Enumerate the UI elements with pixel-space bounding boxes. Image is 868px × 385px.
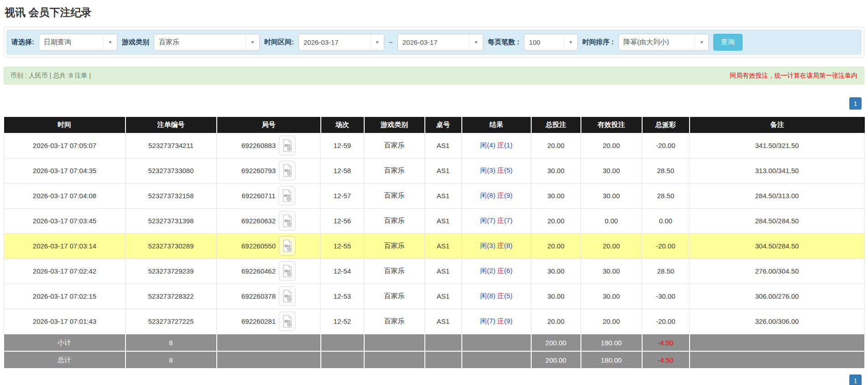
video-file-icon — [282, 164, 293, 177]
cell-result: 闲(4) 庄(1) — [462, 133, 531, 158]
date-from-select[interactable]: 2026-03-17 ▼ — [298, 34, 384, 51]
video-replay-button[interactable] — [279, 211, 296, 231]
column-header-4: 场次 — [321, 117, 364, 133]
subtotal-row-label: 小计 — [4, 334, 125, 351]
round-id-wrap: 692260632 — [241, 211, 296, 231]
result-player-count: (7) — [487, 216, 495, 224]
column-header-1: 时间 — [4, 117, 125, 133]
video-file-icon — [282, 290, 293, 303]
result-banker-label: 庄 — [497, 242, 504, 249]
cell-bet-id: 523273728322 — [125, 284, 217, 309]
cell-total-bet[interactable]: 30.00 — [531, 183, 581, 208]
video-file-icon — [282, 139, 293, 152]
result-player-label: 闲 — [480, 267, 487, 274]
video-replay-button[interactable] — [279, 261, 296, 281]
search-button[interactable]: 查询 — [713, 34, 743, 51]
cell-total-bet[interactable]: 30.00 — [531, 284, 581, 309]
video-replay-button[interactable] — [279, 311, 296, 331]
cell-round-id: 692260462 — [217, 258, 321, 284]
subtotal-row-valid-bet: 180.00 — [581, 334, 642, 351]
cell-total-bet[interactable]: 20.00 — [531, 133, 581, 158]
chevron-down-icon[interactable]: ▼ — [564, 34, 577, 50]
cell-payout: 0.00 — [642, 208, 690, 233]
video-file-icon — [282, 239, 293, 253]
table-row: 2026-03-17 07:04:08523273732158692260711… — [4, 183, 865, 208]
cell-total-bet[interactable]: 20.00 — [531, 208, 581, 233]
round-id-wrap: 692260378 — [241, 286, 296, 306]
table-header: 时间注单编号局号场次游戏类别桌号结果总投注有效投注总派彩备注 — [4, 117, 865, 133]
total-row-empty — [364, 351, 425, 369]
chevron-down-icon[interactable]: ▼ — [103, 34, 117, 50]
cell-game-type: 百家乐 — [364, 309, 425, 334]
video-file-icon — [282, 214, 293, 227]
cell-session: 12-58 — [321, 158, 364, 183]
page-size-select[interactable]: 100 ▼ — [524, 34, 578, 51]
cell-time: 2026-03-17 07:02:42 — [4, 258, 125, 284]
chevron-down-icon[interactable]: ▼ — [246, 34, 259, 50]
cell-game-type: 百家乐 — [364, 133, 425, 158]
cell-time: 2026-03-17 07:04:08 — [4, 183, 125, 208]
result-player-count: (7) — [487, 317, 495, 325]
cell-payout: 28.50 — [642, 258, 690, 284]
video-replay-button[interactable] — [279, 136, 296, 155]
date-to-select[interactable]: 2026-03-17 ▼ — [397, 34, 483, 51]
video-replay-button[interactable] — [279, 161, 296, 180]
video-replay-button[interactable] — [279, 236, 296, 256]
video-replay-button[interactable] — [278, 186, 295, 206]
time-sort-select[interactable]: 降幂(由大到小) ▼ — [618, 34, 709, 51]
result-player-count: (8) — [487, 292, 495, 300]
cell-total-bet[interactable]: 30.00 — [531, 258, 581, 284]
result-player-label: 闲 — [480, 242, 487, 249]
round-id-wrap: 692260281 — [241, 311, 296, 331]
cell-table-number: AS1 — [425, 133, 462, 158]
query-type-select[interactable]: 日期查询 ▼ — [39, 34, 117, 51]
date-range-label: 时间区间: — [264, 38, 294, 47]
table-row: 2026-03-17 07:04:35523273733080692260793… — [4, 158, 865, 183]
cell-remark: 284.50/284.50 — [690, 208, 865, 233]
total-row-empty — [462, 351, 531, 369]
game-type-select[interactable]: 百家乐 ▼ — [154, 34, 260, 51]
cell-total-bet[interactable]: 20.00 — [531, 233, 581, 258]
subtotal-row-empty — [690, 334, 865, 351]
cell-total-bet[interactable]: 30.00 — [531, 158, 581, 183]
cell-valid-bet: 30.00 — [581, 284, 642, 309]
cell-remark: 276.00/304.50 — [690, 258, 865, 284]
chevron-down-icon[interactable]: ▼ — [370, 34, 384, 50]
cell-valid-bet: 30.00 — [581, 183, 642, 208]
pagination-top: 1 — [4, 97, 862, 110]
cell-remark: 284.50/313.00 — [690, 183, 865, 208]
cell-total-bet[interactable]: 20.00 — [531, 309, 581, 334]
result-player-count: (8) — [487, 191, 495, 199]
result-banker-label: 庄 — [497, 166, 504, 174]
result-banker-count: (5) — [504, 292, 512, 300]
result-banker-label: 庄 — [497, 317, 504, 325]
cell-bet-id: 523273727225 — [125, 309, 217, 334]
table-row: 2026-03-17 07:02:15523273728322692260378… — [4, 284, 865, 309]
cell-time: 2026-03-17 07:03:14 — [4, 233, 125, 258]
cell-session: 12-55 — [321, 233, 364, 258]
page-number-button[interactable]: 1 — [849, 97, 862, 110]
subtotal-row-total-bet: 200.00 — [531, 334, 581, 351]
cell-remark: 304.50/284.50 — [690, 233, 865, 258]
page-size-label: 每页笔数 : — [488, 38, 519, 47]
cell-table-number: AS1 — [425, 183, 462, 208]
page-number-button[interactable]: 1 — [849, 374, 862, 385]
query-type-value: 日期查询 — [39, 38, 76, 47]
video-replay-button[interactable] — [279, 286, 296, 306]
pagination-bottom: 1 — [4, 374, 862, 385]
game-type-value: 百家乐 — [154, 38, 184, 47]
chevron-down-icon[interactable]: ▼ — [695, 34, 708, 50]
chevron-down-icon[interactable]: ▼ — [469, 34, 483, 50]
column-header-3: 局号 — [217, 117, 321, 133]
cell-game-type: 百家乐 — [364, 183, 425, 208]
cell-time: 2026-03-17 07:04:35 — [4, 158, 125, 183]
subtotal-row-empty — [425, 334, 462, 351]
cell-result: 闲(8) 庄(9) — [462, 183, 531, 208]
cell-table-number: AS1 — [425, 208, 462, 233]
round-id-wrap: 692260711 — [242, 186, 296, 206]
result-banker-label: 庄 — [497, 191, 504, 199]
cell-table-number: AS1 — [425, 258, 462, 284]
cell-table-number: AS1 — [425, 284, 462, 309]
cell-bet-id: 523273729239 — [125, 258, 217, 284]
column-header-8: 总投注 — [531, 117, 581, 133]
